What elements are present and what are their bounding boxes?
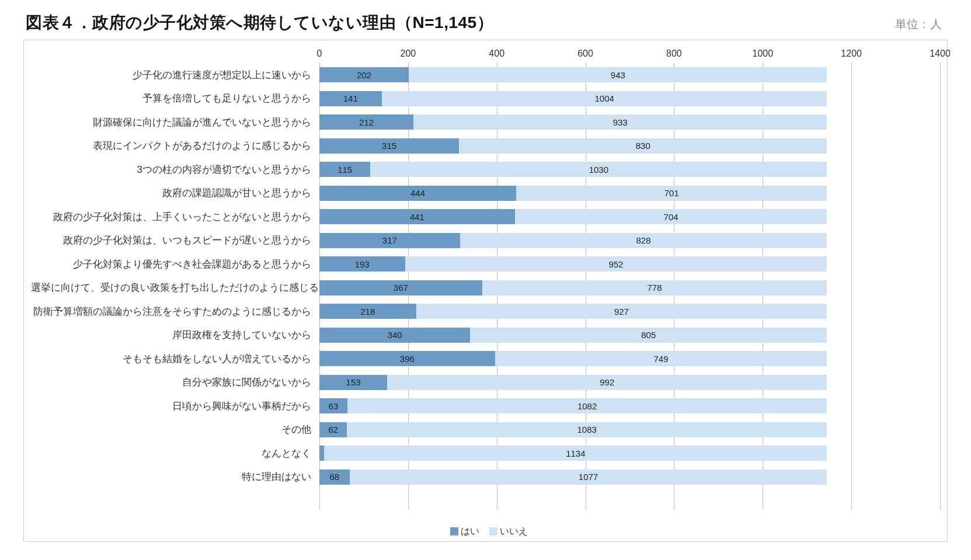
bar-segment-no: 933 [413,114,827,130]
bar-segment-yes: 11 [319,446,324,461]
bar-segment-yes: 63 [319,398,347,413]
chart-row: 表現にインパクトがあるだけのように感じるから315830 [31,138,940,154]
bar-segment-yes: 441 [319,209,515,224]
chart-rows: 少子化の進行速度が想定以上に速いから202943予算を倍増しても足りないと思うか… [31,65,940,510]
bar-segment-no: 805 [470,328,827,343]
x-tick: 1000 [752,48,773,59]
bar-value-no: 927 [612,307,631,316]
bar-value-yes: 218 [358,307,377,316]
chart-header: 図表４．政府の少子化対策へ期待していない理由（N=1,145） 単位：人 [23,12,948,34]
x-tick: 400 [489,48,504,59]
legend-label-yes: はい [461,526,479,536]
category-label: そもそも結婚をしない人が増えているから [31,352,319,366]
chart-row: 政府の課題認識が甘いと思うから444701 [31,186,940,201]
bar-track: 1411004 [319,91,940,106]
category-label: その他 [31,423,319,436]
bar-segment-no: 778 [482,280,827,295]
category-label: 防衛予算増額の議論から注意をそらすためのように感じるから [31,305,319,318]
bar-track: 444701 [319,186,940,201]
bar-segment-yes: 153 [319,375,387,390]
x-tick: 600 [577,48,593,59]
bar-segment-yes: 317 [319,233,460,248]
bar-value-no: 701 [662,188,681,198]
bar-value-no: 1030 [587,165,611,175]
category-label: 財源確保に向けた議論が進んでいないと思うから [31,116,319,129]
category-label: 政府の少子化対策は、上手くいったことがないと思うから [31,210,319,224]
category-label: 自分や家族に関係がないから [31,375,319,389]
category-label: 特に理由はない [31,470,319,484]
bar-segment-yes: 340 [319,328,470,343]
x-tick: 200 [400,48,416,59]
bar-value-no: 778 [645,283,664,293]
bar-segment-no: 1030 [370,162,827,177]
chart-row: 自分や家族に関係がないから153992 [31,375,940,390]
bar-segment-yes: 212 [319,114,413,130]
bar-segment-no: 1134 [324,446,827,461]
chart-row: 財源確保に向けた議論が進んでいないと思うから212933 [31,114,940,130]
bar-value-yes: 212 [357,117,376,127]
bar-value-no: 828 [634,235,653,245]
bar-segment-no: 749 [495,351,827,366]
bar-value-yes: 115 [335,165,354,175]
bar-value-no: 1082 [575,401,599,411]
bar-track: 218927 [319,304,940,319]
bar-segment-no: 701 [516,186,827,201]
category-label: 少子化の進行速度が想定以上に速いから [31,68,319,82]
chart-row: 日頃から興味がない事柄だから631082 [31,398,940,413]
bar-segment-yes: 193 [319,256,405,272]
chart-unit-label: 単位：人 [895,16,942,32]
bar-track: 441704 [319,209,940,224]
bar-segment-no: 1004 [382,91,827,106]
bar-segment-yes: 396 [319,351,495,366]
category-label: 日頃から興味がない事柄だから [31,399,319,413]
legend-label-no: いいえ [500,526,528,536]
chart-row: その他621083 [31,422,940,437]
bar-track: 317828 [319,233,940,248]
bar-track: 340805 [319,328,940,343]
bar-segment-yes: 141 [319,91,382,106]
bar-value-no: 805 [639,330,658,340]
bar-value-no: 749 [652,354,671,364]
bar-value-yes: 193 [353,259,372,269]
figure-page: 図表４．政府の少子化対策へ期待していない理由（N=1,145） 単位：人 020… [0,0,971,560]
bar-segment-yes: 315 [319,138,459,154]
category-label: 表現にインパクトがあるだけのように感じるから [31,139,319,152]
bar-track: 202943 [319,67,940,82]
bar-segment-no: 830 [459,138,827,154]
bar-value-yes: 141 [341,93,360,103]
bar-value-no: 952 [606,259,625,269]
bar-value-no: 1004 [593,93,617,103]
bar-value-yes: 340 [385,330,405,340]
chart-row: 3つの柱の内容が適切でないと思うから1151030 [31,162,940,177]
chart-row: そもそも結婚をしない人が増えているから396749 [31,351,940,366]
x-axis: 0200400600800100012001400 [319,48,940,62]
x-tick: 1200 [841,48,862,59]
plot-area: 0200400600800100012001400 少子化の進行速度が想定以上に… [31,48,940,510]
bar-segment-no: 952 [405,256,827,272]
bar-value-yes: 367 [391,283,410,293]
chart-row: 政府の少子化対策は、いつもスピードが遅いと思うから317828 [31,233,940,248]
bar-track: 315830 [319,138,940,154]
chart-frame: 0200400600800100012001400 少子化の進行速度が想定以上に… [23,40,948,542]
bar-value-yes: 444 [408,188,427,198]
chart-row: 少子化対策より優先すべき社会課題があると思うから193952 [31,256,940,272]
bar-value-no: 992 [597,377,617,387]
bar-value-yes: 63 [326,401,341,411]
bar-track: 621083 [319,422,940,437]
bar-value-yes: 396 [398,354,417,364]
bar-track: 631082 [319,398,940,413]
category-label: 政府の課題認識が甘いと思うから [31,186,319,200]
chart-row: 特に理由はない681077 [31,469,940,485]
bar-track: 153992 [319,375,940,390]
category-label: 3つの柱の内容が適切でないと思うから [31,163,319,176]
chart-row: 政府の少子化対策は、上手くいったことがないと思うから441704 [31,209,940,224]
bar-value-no: 1083 [575,425,599,434]
chart-row: なんとなく111134 [31,446,940,461]
bar-value-yes: 68 [327,472,342,482]
bar-segment-no: 1077 [350,469,827,485]
category-label: 予算を倍増しても足りないと思うから [31,92,319,105]
bar-segment-yes: 202 [319,67,409,82]
bar-segment-no: 1083 [347,422,827,437]
bar-value-no: 933 [611,117,630,127]
chart-title: 図表４．政府の少子化対策へ期待していない理由（N=1,145） [26,12,493,34]
